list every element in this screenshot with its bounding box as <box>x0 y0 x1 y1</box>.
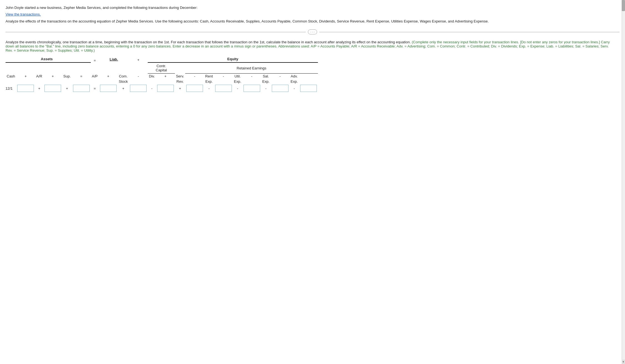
util-col-label: Util. <box>233 74 242 79</box>
sup-operator-label: + <box>43 74 62 79</box>
row-minus-1: - <box>148 84 156 92</box>
sup-input[interactable] <box>73 85 90 92</box>
ap-equals-label: = <box>72 74 91 79</box>
sal-exp-input[interactable] <box>272 85 288 92</box>
sal-exp-input-cell[interactable] <box>271 84 290 92</box>
serv-rev-input[interactable] <box>186 85 203 92</box>
adv-exp-input-cell[interactable] <box>299 84 318 92</box>
serv-rev-input-cell[interactable] <box>185 84 204 92</box>
util-exp-input[interactable] <box>244 85 260 92</box>
row-12-1: 12/1 + + = + - <box>6 84 318 92</box>
contr-capital-header: Contr. Capital <box>148 62 175 74</box>
assets-header: Assets <box>6 57 91 62</box>
sal-exp-sublabel: Exp. <box>261 79 271 84</box>
row-minus-5: - <box>290 84 299 92</box>
div-input-cell[interactable] <box>156 84 175 92</box>
com-col-label: Com. <box>118 74 129 79</box>
retained-earnings-header: Retained Earnings <box>185 62 318 74</box>
cash-input-cell[interactable] <box>16 84 35 92</box>
liab-header: Liab. <box>99 57 129 62</box>
row-plus-3: + <box>118 84 129 92</box>
row-minus-3: - <box>233 84 242 92</box>
adv-exp-input[interactable] <box>300 85 317 92</box>
sal-col-label: Sal. <box>261 74 271 79</box>
ap-input[interactable] <box>100 85 117 92</box>
analyze-text: Analyze the effects of the transactions … <box>6 19 616 24</box>
row-plus-4: + <box>175 84 185 92</box>
serv-plus-label: + <box>156 74 175 79</box>
row-minus-4: - <box>261 84 271 92</box>
header-row-2: Contr. Capital Retained Earnings <box>6 62 318 74</box>
divider-pill: · · · <box>308 29 317 34</box>
ar-input-cell[interactable] <box>43 84 62 92</box>
rent-minus-label: - <box>185 74 204 79</box>
sal-minus-label: - <box>242 74 261 79</box>
div-col-label: Div. <box>148 74 156 79</box>
rent-exp-input-cell[interactable] <box>214 84 233 92</box>
cash-input[interactable] <box>17 85 34 92</box>
row-plus-2: + <box>62 84 72 92</box>
divider-left-line <box>6 32 306 32</box>
serv-rev-col-label: Serv. <box>175 74 185 79</box>
adv-col-label: Adv. <box>290 74 299 79</box>
ar-operator-label: + <box>16 74 35 79</box>
scroll-down-arrow[interactable]: ▼ <box>622 360 625 364</box>
rent-col-label: Rent <box>204 74 214 79</box>
equity-header: Equity <box>148 57 318 62</box>
chronological-static-text: Analyze the events chronologically, one … <box>6 40 411 44</box>
column-labels-row: Cash + A/R + Sup. = A/P + Com. - Div. + … <box>6 74 318 79</box>
cash-col-label: Cash <box>6 74 16 79</box>
ar-col-label: A/R <box>35 74 43 79</box>
divider: · · · <box>6 29 619 34</box>
adv-exp-sublabel: Exp. <box>290 79 299 84</box>
sub-labels-row: Stock Rev. Exp. Exp. Exp. Exp. <box>6 79 318 84</box>
util-exp-sublabel: Exp. <box>233 79 242 84</box>
div-input[interactable] <box>157 85 174 92</box>
rent-exp-input[interactable] <box>215 85 232 92</box>
plus-sign-header: + <box>129 57 148 62</box>
com-stock-input[interactable] <box>130 85 147 92</box>
util-exp-input-cell[interactable] <box>242 84 261 92</box>
date-12-1: 12/1 <box>6 84 16 92</box>
util-minus-label: - <box>214 74 233 79</box>
row-plus-1: + <box>35 84 43 92</box>
view-transactions-link[interactable]: View the transactions. <box>6 12 616 16</box>
rent-exp-sublabel: Exp. <box>204 79 214 84</box>
intro-main-text: John Doyle started a new business, Zephe… <box>6 5 616 11</box>
ap-col-label: A/P <box>91 74 99 79</box>
row-minus-2: - <box>204 84 214 92</box>
com-stock-input-cell[interactable] <box>129 84 148 92</box>
serv-rev-sublabel: Rev. <box>175 79 185 84</box>
ar-input[interactable] <box>44 85 61 92</box>
adv-minus-label: - <box>271 74 290 79</box>
ap-input-cell[interactable] <box>99 84 118 92</box>
scrollbar-thumb[interactable] <box>622 0 625 11</box>
sup-input-cell[interactable] <box>72 84 91 92</box>
divider-right-line <box>319 32 619 32</box>
equals-sign-header: = <box>91 57 99 62</box>
accounting-equation-table: Assets = Liab. + Equity Contr. Capital <box>6 57 318 92</box>
com-plus-label: + <box>99 74 118 79</box>
row-equals: = <box>91 84 99 92</box>
scrollbar[interactable] <box>622 0 625 364</box>
div-minus-label: - <box>129 74 148 79</box>
sup-col-label: Sup. <box>62 74 72 79</box>
com-stock-sublabel: Stock <box>118 79 129 84</box>
header-row-1: Assets = Liab. + Equity <box>6 57 318 62</box>
accounting-table-wrapper: Assets = Liab. + Equity Contr. Capital <box>6 57 619 92</box>
